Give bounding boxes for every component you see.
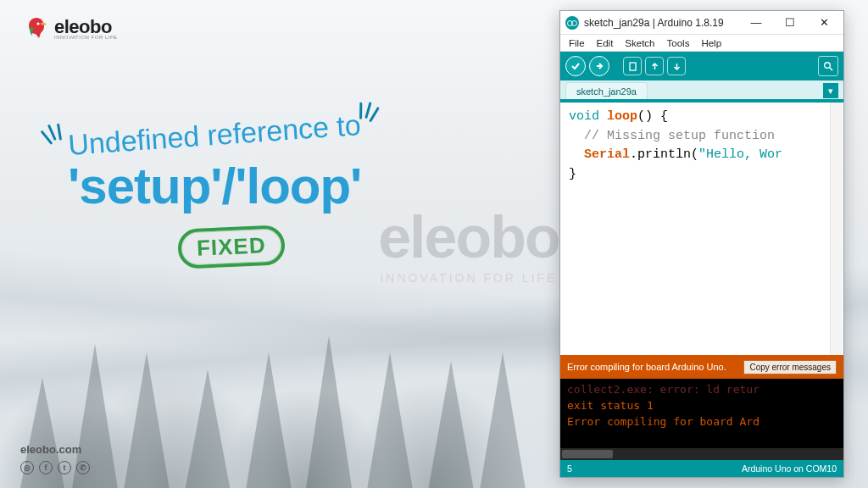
console-line: exit status 1 — [567, 399, 654, 412]
menu-edit[interactable]: Edit — [592, 36, 619, 50]
new-button[interactable] — [623, 57, 642, 75]
brand-logo: eleobo INNOVATION FOR LIFE — [24, 15, 118, 41]
code-text: () { — [637, 109, 668, 124]
accent-marks-icon — [34, 112, 69, 152]
svg-line-3 — [830, 68, 832, 70]
code-method: .println( — [630, 147, 698, 162]
minimize-button[interactable]: — — [742, 14, 771, 32]
error-message: Error compiling for board Arduino Uno. — [567, 362, 738, 372]
svg-point-0 — [36, 22, 39, 25]
tab-menu-button[interactable]: ▾ — [823, 83, 838, 98]
open-button[interactable] — [645, 57, 664, 75]
console-line: Error compiling for board Ard — [567, 415, 760, 428]
code-object: Serial — [584, 147, 630, 162]
brand-tagline: INNOVATION FOR LIFE — [54, 35, 118, 40]
copy-error-button[interactable]: Copy error messages — [743, 360, 837, 374]
menu-sketch[interactable]: Sketch — [620, 36, 659, 50]
arduino-window: sketch_jan29a | Arduino 1.8.19 — ☐ ✕ Fil… — [559, 10, 844, 478]
menu-help[interactable]: Help — [696, 36, 726, 50]
headline-line2: 'setup'/'loop' — [68, 157, 492, 215]
headline-line1-text: Undefined reference to — [67, 108, 362, 161]
code-editor[interactable]: void loop() { // Missing setup function … — [560, 103, 843, 355]
close-button[interactable]: ✕ — [810, 14, 838, 32]
sketch-tab[interactable]: sketch_jan29a — [565, 82, 648, 99]
menu-tools[interactable]: Tools — [662, 36, 695, 50]
status-board-port: Arduino Uno on COM10 — [742, 463, 837, 474]
code-brace: } — [569, 167, 576, 181]
editor-scrollbar[interactable] — [830, 103, 843, 355]
code-comment: // Missing setup function — [584, 129, 775, 143]
tab-row: sketch_jan29a ▾ — [560, 80, 843, 103]
menu-file[interactable]: File — [564, 36, 590, 50]
verify-button[interactable] — [565, 56, 586, 76]
upload-button[interactable] — [589, 56, 609, 76]
twitter-icon[interactable]: t — [58, 461, 71, 474]
code-function: loop — [607, 109, 637, 124]
console-line-faded: collect2.exe: error: ld retur — [567, 382, 837, 398]
ide-status-bar: 5 Arduino Uno on COM10 — [560, 460, 843, 477]
window-title: sketch_jan29a | Arduino 1.8.19 — [584, 17, 737, 29]
arduino-app-icon — [565, 16, 579, 30]
svg-point-2 — [824, 62, 830, 68]
footer-links: eleobo.com ◎ f t ✆ — [20, 443, 90, 474]
parrot-icon — [24, 15, 49, 41]
toolbar — [560, 52, 843, 80]
console-output[interactable]: collect2.exe: error: ld returexit status… — [560, 379, 843, 448]
instagram-icon[interactable]: ◎ — [20, 461, 34, 474]
fixed-stamp: FIXED — [177, 225, 286, 269]
accent-marks-icon — [353, 90, 384, 128]
window-titlebar[interactable]: sketch_jan29a | Arduino 1.8.19 — ☐ ✕ — [560, 11, 843, 35]
error-status-bar: Error compiling for board Arduino Uno. C… — [560, 355, 843, 379]
maximize-button[interactable]: ☐ — [776, 14, 804, 32]
serial-monitor-button[interactable] — [818, 56, 838, 76]
website-url: eleobo.com — [20, 443, 90, 456]
whatsapp-icon[interactable]: ✆ — [76, 461, 90, 474]
console-scrollbar[interactable] — [560, 448, 843, 460]
save-button[interactable] — [667, 57, 686, 75]
social-row: ◎ f t ✆ — [20, 461, 90, 474]
code-keyword: void — [569, 109, 599, 124]
svg-rect-1 — [630, 63, 636, 70]
status-line-number: 5 — [567, 463, 572, 474]
menu-bar: File Edit Sketch Tools Help — [560, 35, 843, 52]
code-string: "Hello, Wor — [698, 147, 782, 162]
headline: Undefined reference to 'setup'/'loop' FI… — [68, 119, 492, 267]
headline-line1: Undefined reference to — [67, 108, 362, 162]
facebook-icon[interactable]: f — [39, 461, 53, 474]
